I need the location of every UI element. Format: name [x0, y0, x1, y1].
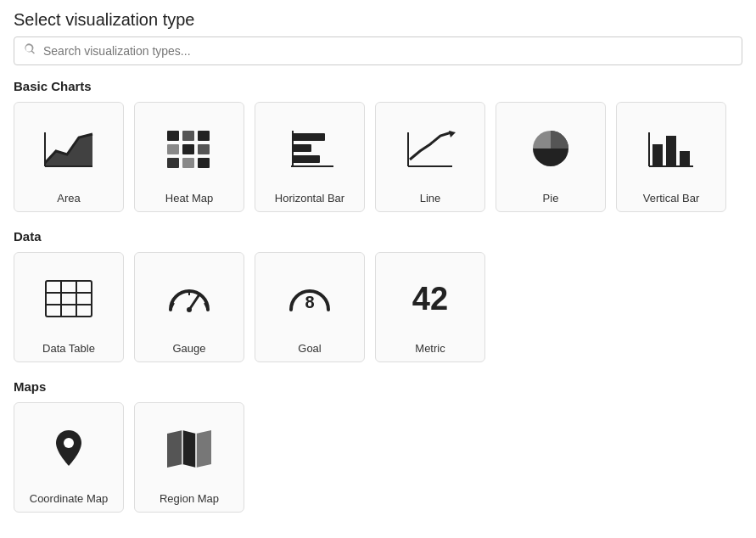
svg-rect-14: [293, 144, 311, 152]
svg-line-30: [189, 294, 199, 310]
svg-marker-19: [449, 131, 456, 137]
card-goal[interactable]: 8 Goal: [255, 252, 365, 362]
svg-rect-6: [167, 144, 179, 154]
metric-label: Metric: [415, 342, 445, 355]
card-vertical-bar[interactable]: Vertical Bar: [616, 102, 726, 212]
pie-icon: [528, 113, 574, 183]
svg-rect-5: [198, 131, 210, 141]
region-map-label: Region Map: [160, 492, 219, 505]
maps-row: Coordinate Map Region Map: [0, 402, 756, 526]
svg-rect-7: [182, 144, 194, 154]
data-table-icon: [44, 263, 93, 333]
svg-rect-8: [198, 144, 210, 154]
svg-text:42: 42: [412, 281, 448, 317]
region-map-icon: [164, 413, 215, 484]
svg-rect-10: [182, 158, 194, 168]
svg-rect-3: [167, 131, 179, 141]
svg-rect-15: [293, 155, 320, 163]
section-label-data: Data: [0, 226, 756, 252]
line-label: Line: [420, 192, 441, 205]
card-region-map[interactable]: Region Map: [134, 402, 244, 513]
svg-text:8: 8: [305, 293, 314, 311]
card-data-table[interactable]: Data Table: [14, 252, 124, 362]
svg-rect-24: [680, 151, 690, 166]
goal-icon: 8: [284, 263, 335, 333]
coordinate-map-label: Coordinate Map: [30, 492, 109, 505]
line-icon: [405, 113, 456, 183]
card-area[interactable]: Area: [14, 102, 124, 212]
card-coordinate-map[interactable]: Coordinate Map: [14, 402, 124, 513]
vertical-bar-label: Vertical Bar: [643, 192, 699, 205]
svg-rect-4: [182, 131, 194, 141]
section-label-maps: Maps: [0, 376, 756, 402]
heat-map-icon: [164, 113, 215, 183]
search-input[interactable]: [43, 44, 733, 58]
svg-marker-39: [182, 430, 196, 468]
search-wrapper: [0, 36, 756, 76]
vertical-bar-icon: [646, 113, 697, 183]
coordinate-map-icon: [46, 413, 92, 484]
svg-rect-22: [652, 144, 663, 166]
card-metric[interactable]: 42 Metric: [375, 252, 485, 362]
heat-map-label: Heat Map: [165, 192, 213, 205]
svg-rect-9: [167, 158, 179, 168]
metric-icon: 42: [405, 263, 456, 333]
data-row: Data Table Gauge 8: [0, 252, 756, 376]
area-icon: [43, 113, 94, 183]
data-table-label: Data Table: [42, 342, 95, 355]
card-heat-map[interactable]: Heat Map: [134, 102, 244, 212]
svg-marker-38: [167, 430, 182, 468]
card-line[interactable]: Line: [375, 102, 485, 212]
horizontal-bar-icon: [284, 113, 335, 183]
gauge-label: Gauge: [172, 342, 205, 355]
svg-marker-40: [196, 430, 211, 468]
page-title: Select visualization type: [0, 0, 756, 36]
svg-rect-25: [46, 281, 92, 317]
goal-label: Goal: [298, 342, 321, 355]
svg-rect-23: [666, 136, 676, 166]
section-label-basic-charts: Basic Charts: [0, 76, 756, 102]
horizontal-bar-label: Horizontal Bar: [275, 192, 344, 205]
svg-rect-13: [293, 133, 325, 141]
card-gauge[interactable]: Gauge: [134, 252, 244, 362]
pie-label: Pie: [543, 192, 559, 205]
search-icon: [23, 42, 36, 59]
gauge-icon: [164, 263, 215, 333]
basic-charts-row: Area Heat Map: [0, 102, 756, 226]
area-label: Area: [57, 192, 80, 205]
search-box: [14, 36, 742, 65]
svg-point-31: [187, 307, 192, 312]
svg-rect-11: [198, 158, 210, 168]
card-pie[interactable]: Pie: [496, 102, 606, 212]
svg-point-37: [64, 438, 74, 448]
card-horizontal-bar[interactable]: Horizontal Bar: [255, 102, 365, 212]
